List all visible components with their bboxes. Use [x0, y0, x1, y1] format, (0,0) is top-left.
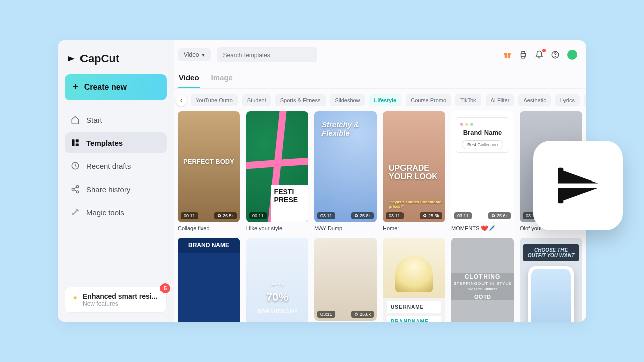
- tab-video[interactable]: Video: [178, 70, 200, 88]
- chip[interactable]: Recording: [584, 94, 586, 106]
- chip[interactable]: YouTube Outro: [191, 94, 238, 106]
- template-title: Home:: [383, 225, 445, 231]
- type-selector[interactable]: Video ▾: [178, 48, 211, 61]
- template-card[interactable]: Brand Name Best Collection 03:11 ♻ 25.6k…: [451, 111, 514, 231]
- topbar: Video ▾: [174, 44, 586, 67]
- svg-rect-10: [521, 54, 526, 56]
- promo-badge: 5: [160, 283, 170, 293]
- gift-icon[interactable]: [503, 50, 512, 59]
- chip[interactable]: Lifestyle: [369, 94, 402, 106]
- thumbnail-text: BRAND NAME: [178, 238, 240, 253]
- uses-badge: ♻ 26.5k: [214, 212, 237, 219]
- floating-capcut-logo: [533, 141, 623, 230]
- template-thumbnail: Brand Name Best Collection 03:11 ♻ 25.6k: [451, 111, 514, 222]
- printer-icon[interactable]: [519, 50, 528, 59]
- chip[interactable]: Student: [242, 94, 271, 106]
- home-icon: [71, 115, 80, 124]
- svg-rect-11: [522, 51, 525, 54]
- chip[interactable]: Aesthetic: [518, 94, 551, 106]
- chip[interactable]: Lyrics: [555, 94, 580, 106]
- sidebar-item-start[interactable]: Start: [65, 109, 167, 130]
- template-card[interactable]: UPGRADE YOUR LOOK "Stylish shades unbeat…: [383, 111, 445, 231]
- help-icon[interactable]: [551, 50, 560, 59]
- template-card[interactable]: BRAND NAME: [178, 238, 240, 322]
- promo-card[interactable]: ✦ Enhanced smart resi... New features 5: [65, 287, 167, 313]
- category-chips: ‹ YouTube Outro Student Sports & Fitness…: [174, 89, 586, 111]
- template-thumbnail: CHOOSE THE OUTFIT YOU WANT: [520, 238, 582, 322]
- template-thumbnail: PERFECT BODY 00:11 ♻ 26.5k: [178, 111, 240, 222]
- svg-rect-15: [558, 168, 564, 173]
- template-card[interactable]: 03:11 ♻ 25.8k Feeling good trend: [314, 238, 377, 322]
- template-thumbnail: FESTI PRESE 00:11: [246, 111, 308, 222]
- thumbnail-text: SWIPE TO IMPRESS: [451, 288, 514, 291]
- svg-rect-0: [72, 139, 74, 146]
- sidebar-item-templates[interactable]: Templates: [65, 132, 167, 153]
- sidebar-item-label: Start: [86, 116, 102, 124]
- svg-point-6: [76, 191, 79, 193]
- chip[interactable]: Course Promo: [406, 94, 451, 106]
- template-card[interactable]: CHOOSE THE OUTFIT YOU WANT: [520, 238, 582, 322]
- thumbnail-text: Brand Name: [460, 129, 505, 136]
- svg-rect-2: [76, 144, 79, 146]
- svg-rect-9: [507, 53, 508, 58]
- template-card[interactable]: CLOTHING STEPPINGOUT IN STYLE SWIPE TO I…: [451, 238, 514, 322]
- search-input[interactable]: [223, 52, 311, 59]
- duration-badge: 03:11: [317, 212, 335, 219]
- thumbnail-brand: @BRANDNAME: [246, 309, 308, 314]
- avatar[interactable]: [567, 50, 577, 60]
- magic-wand-icon: [71, 208, 80, 217]
- thumbnail-field: BRANDNAME: [387, 316, 441, 322]
- chip[interactable]: Sports & Fitness: [275, 94, 326, 106]
- template-title: Collage fixed: [178, 225, 240, 231]
- templates-icon: [71, 138, 80, 147]
- thumbnail-subtext: "Stylish shades unbeatable prices!": [386, 200, 445, 209]
- topbar-actions: [503, 50, 577, 60]
- sidebar-item-label: Templates: [86, 139, 123, 147]
- thumbnail-field: USERNAME: [387, 301, 441, 313]
- template-thumbnail: CLOTHING STEPPINGOUT IN STYLE SWIPE TO I…: [451, 238, 514, 322]
- duration-badge: 00:11: [181, 212, 198, 219]
- svg-point-5: [72, 188, 74, 191]
- sidebar-item-recent-drafts[interactable]: Recent drafts: [65, 155, 167, 176]
- template-card[interactable]: FESTI PRESE 00:11 i like your style: [246, 111, 308, 231]
- sidebar-nav: Start Templates Recent drafts Share hist…: [65, 109, 167, 223]
- template-thumbnail: UP TO 70% @BRANDNAME: [246, 238, 308, 322]
- template-card[interactable]: PERFECT BODY 00:11 ♻ 26.5k Collage fixed: [178, 111, 240, 231]
- svg-rect-12: [522, 56, 525, 58]
- chip[interactable]: AI Filter: [486, 94, 515, 106]
- thumbnail-text: OOTD: [451, 294, 514, 300]
- uses-badge: ♻ 25.6k: [420, 212, 442, 219]
- sidebar-item-magic-tools[interactable]: Magic tools: [65, 202, 167, 223]
- duration-badge: 03:11: [317, 311, 335, 318]
- app-logo[interactable]: CapCut: [65, 49, 167, 74]
- template-thumbnail: USERNAME BRANDNAME PASSWORD: [383, 238, 445, 322]
- sidebar-item-label: Magic tools: [86, 208, 124, 217]
- template-title: MOMENTS ❤️🖊️: [451, 225, 514, 232]
- tab-image[interactable]: Image: [210, 70, 234, 88]
- thumbnail-text: UPGRADE YOUR LOOK: [386, 164, 445, 182]
- chip[interactable]: Slideshow: [330, 94, 365, 106]
- create-new-button[interactable]: + Create new: [65, 74, 167, 100]
- create-new-label: Create new: [84, 83, 127, 92]
- template-card[interactable]: UP TO 70% @BRANDNAME: [246, 238, 308, 322]
- thumbnail-text: STEPPINGOUT IN STYLE: [451, 281, 514, 286]
- template-card[interactable]: Stretchy & Flexible 03:11 ♻ 25.8k MAY Du…: [314, 111, 377, 231]
- chip[interactable]: TikTok: [455, 94, 481, 106]
- notification-dot: [542, 49, 546, 52]
- template-card[interactable]: USERNAME BRANDNAME PASSWORD: [383, 238, 445, 322]
- uses-badge: ♻ 25.6k: [488, 212, 511, 219]
- app-window: CapCut + Create new Start Templates Rece…: [58, 40, 586, 322]
- thumbnail-pill: Best Collection: [462, 140, 503, 149]
- promo-title: Enhanced smart resi...: [83, 292, 160, 300]
- media-type-tabs: Video Image: [174, 67, 586, 89]
- bell-icon[interactable]: [535, 50, 544, 59]
- sidebar-item-share-history[interactable]: Share history: [65, 178, 167, 200]
- plus-icon: +: [73, 81, 79, 93]
- chevron-down-icon: ▾: [202, 51, 205, 58]
- template-thumbnail: 03:11 ♻ 25.8k: [314, 238, 377, 321]
- sidebar-item-label: Recent drafts: [86, 162, 131, 170]
- promo-subtitle: New features: [83, 300, 160, 307]
- svg-point-4: [76, 186, 79, 188]
- duration-badge: 00:11: [249, 212, 267, 219]
- chips-scroll-left[interactable]: ‹: [176, 95, 187, 106]
